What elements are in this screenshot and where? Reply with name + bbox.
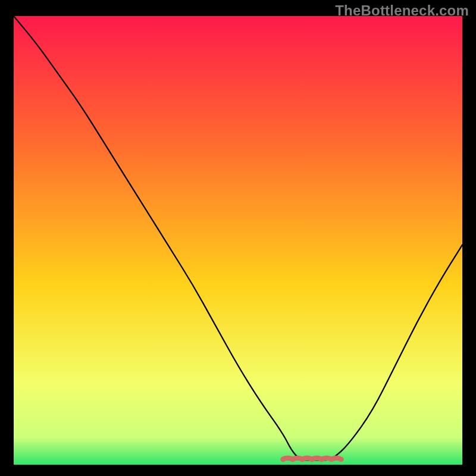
heatmap-background <box>14 16 462 465</box>
optimal-zone-marker <box>283 458 341 459</box>
bottleneck-chart <box>14 16 462 465</box>
chart-frame: TheBottleneck.com <box>0 0 476 476</box>
